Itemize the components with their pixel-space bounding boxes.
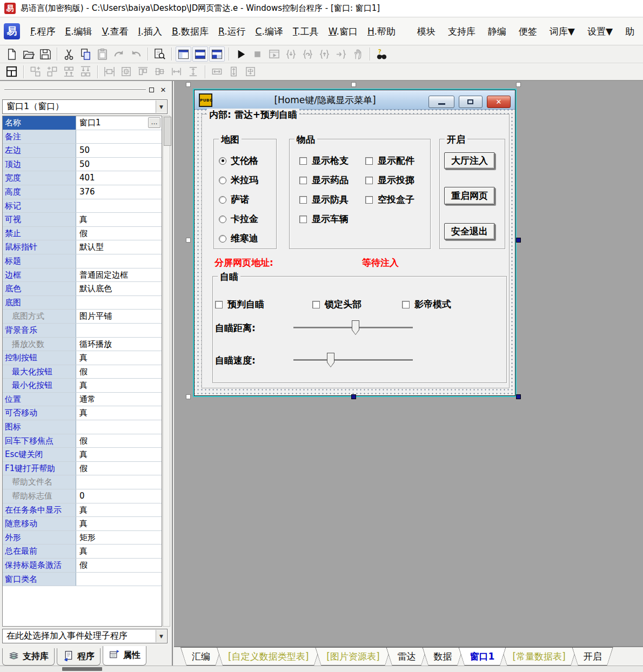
- property-value[interactable]: 矩形: [76, 531, 162, 545]
- property-value[interactable]: [76, 130, 162, 144]
- property-value[interactable]: 真: [76, 351, 162, 365]
- menu-item-1[interactable]: E.编辑: [60, 22, 97, 41]
- slider-track-1[interactable]: [293, 360, 413, 361]
- menu-item-3[interactable]: I.插入: [133, 22, 166, 41]
- property-row-5[interactable]: 高度376: [3, 185, 162, 199]
- property-value[interactable]: 真: [76, 503, 162, 517]
- checkbox-显示配件[interactable]: 显示配件: [365, 154, 414, 167]
- menu-item-10[interactable]: 模块: [412, 22, 440, 41]
- property-row-7[interactable]: 可视真: [3, 213, 162, 227]
- menu-item-9[interactable]: H.帮助: [363, 22, 400, 41]
- panel-tab-程序[interactable]: 程序: [57, 648, 101, 666]
- panel-float-icon[interactable]: [147, 85, 156, 94]
- find-support-icon[interactable]: ?: [374, 46, 390, 62]
- maximize-button[interactable]: [459, 96, 483, 108]
- checkbox-显示枪支[interactable]: 显示枪支: [299, 154, 349, 167]
- panel-tab-支持库[interactable]: 支持库: [2, 648, 55, 666]
- cut-icon[interactable]: [61, 46, 77, 62]
- property-value[interactable]: 50: [76, 144, 162, 157]
- property-value[interactable]: 通常: [76, 393, 162, 406]
- property-value[interactable]: 窗口1…: [76, 116, 162, 130]
- property-value[interactable]: 50: [76, 158, 162, 171]
- property-value[interactable]: [76, 324, 162, 337]
- property-value[interactable]: [76, 296, 162, 310]
- property-value[interactable]: 默认型: [76, 240, 162, 254]
- property-row-12[interactable]: 底色默认底色: [3, 282, 162, 296]
- workbook-tab-图片资源表[interactable]: [图片资源表]: [315, 647, 391, 666]
- property-row-18[interactable]: 最大化按钮假: [3, 365, 162, 379]
- menu-item-8[interactable]: W.窗口: [324, 22, 363, 41]
- view-split-grid-icon[interactable]: [209, 46, 225, 62]
- workbook-tab-汇编[interactable]: 汇编: [180, 647, 222, 666]
- property-value[interactable]: 真: [76, 406, 162, 420]
- checkbox-显示防具[interactable]: 显示防具: [299, 193, 349, 206]
- property-value[interactable]: 默认底色: [76, 282, 162, 295]
- property-value[interactable]: [76, 475, 162, 489]
- menu-item-0[interactable]: F.程序: [25, 22, 60, 41]
- property-row-9[interactable]: 鼠标指针默认型: [3, 240, 162, 254]
- property-row-26[interactable]: 帮助文件名: [3, 475, 162, 489]
- property-value[interactable]: 假: [76, 559, 162, 572]
- slider-thumb-0[interactable]: [352, 320, 359, 335]
- property-row-19[interactable]: 最小化按钮真: [3, 379, 162, 393]
- menu-item-6[interactable]: C.编译: [251, 22, 288, 41]
- property-row-29[interactable]: 随意移动真: [3, 517, 162, 531]
- button-安全退出[interactable]: 安全退出: [444, 223, 495, 240]
- object-selector-combo[interactable]: 窗口1（窗口） ▼: [2, 99, 168, 114]
- workbook-tab-数据[interactable]: 数据: [423, 647, 464, 666]
- menu-item-4[interactable]: B.数据库: [167, 22, 213, 41]
- property-row-3[interactable]: 顶边50: [3, 158, 162, 172]
- checkbox-显示投掷[interactable]: 显示投掷: [365, 174, 414, 186]
- selection-handle-top-left[interactable]: [186, 82, 191, 87]
- property-value[interactable]: 真: [76, 545, 162, 558]
- horizontal-scrollbar-thumb[interactable]: [62, 667, 102, 671]
- property-row-14[interactable]: 底图方式图片平铺: [3, 310, 162, 324]
- property-value[interactable]: 图片平铺: [76, 310, 162, 323]
- minimize-button[interactable]: [428, 96, 454, 108]
- property-row-11[interactable]: 边框普通固定边框: [3, 268, 162, 283]
- workbook-tab-自定义数据类型表[interactable]: [自定义数据类型表]: [217, 647, 320, 666]
- run-icon[interactable]: [233, 46, 249, 62]
- view-split-left-icon[interactable]: [176, 46, 191, 62]
- property-row-8[interactable]: 禁止假: [3, 227, 162, 241]
- slider-thumb-1[interactable]: [327, 353, 334, 367]
- property-row-4[interactable]: 宽度401: [3, 171, 162, 185]
- property-row-23[interactable]: 回车下移焦点假: [3, 434, 162, 448]
- menu-item-14[interactable]: 词库▼: [545, 22, 580, 41]
- radio-map-卡拉金[interactable]: 卡拉金: [219, 213, 258, 225]
- form-designer-icon[interactable]: [4, 64, 19, 79]
- property-row-33[interactable]: 窗口类名: [3, 573, 162, 587]
- workbook-tab-常量数据表[interactable]: [常量数据表]: [501, 647, 577, 666]
- scrollbar-thumb[interactable]: [164, 117, 171, 146]
- property-value[interactable]: 401: [76, 171, 162, 185]
- property-value[interactable]: 循环播放: [76, 338, 162, 351]
- chevron-down-icon[interactable]: ▼: [156, 100, 166, 113]
- checkbox-显示药品[interactable]: 显示药品: [299, 174, 349, 186]
- property-value[interactable]: 真: [76, 213, 162, 226]
- property-value[interactable]: 普通固定边框: [76, 268, 162, 282]
- property-row-13[interactable]: 底图: [3, 296, 162, 310]
- property-row-32[interactable]: 保持标题条激活假: [3, 559, 162, 573]
- property-row-21[interactable]: 可否移动真: [3, 406, 162, 420]
- panel-close-icon[interactable]: ✕: [159, 85, 168, 94]
- property-value[interactable]: 376: [76, 185, 162, 199]
- checkbox-预判自瞄[interactable]: 预判自瞄: [215, 298, 264, 311]
- chevron-down-icon[interactable]: ▼: [156, 630, 166, 642]
- property-row-27[interactable]: 帮助标志值0: [3, 489, 162, 503]
- checkbox-影帝模式[interactable]: 影帝模式: [402, 298, 451, 311]
- property-value[interactable]: 假: [76, 365, 162, 379]
- property-value[interactable]: 假: [76, 227, 162, 240]
- selection-handle-top-right[interactable]: [516, 82, 521, 87]
- property-value[interactable]: [76, 573, 162, 586]
- property-row-10[interactable]: 标题: [3, 254, 162, 268]
- checkbox-显示车辆[interactable]: 显示车辆: [299, 213, 349, 225]
- property-row-28[interactable]: 在任务条中显示真: [3, 503, 162, 518]
- property-value[interactable]: 真: [76, 379, 162, 392]
- property-row-20[interactable]: 位置通常: [3, 393, 162, 407]
- property-row-1[interactable]: 备注: [3, 130, 162, 144]
- bottom-scroll-strip[interactable]: [0, 666, 643, 672]
- designed-form[interactable]: PUBG [Home键/隐藏显示菜单] ✕ 内部: 雷达+预判自瞄 地图 艾伦格…: [194, 90, 515, 396]
- property-value[interactable]: [76, 420, 162, 434]
- property-value[interactable]: [76, 199, 162, 213]
- open-file-icon[interactable]: [21, 46, 36, 62]
